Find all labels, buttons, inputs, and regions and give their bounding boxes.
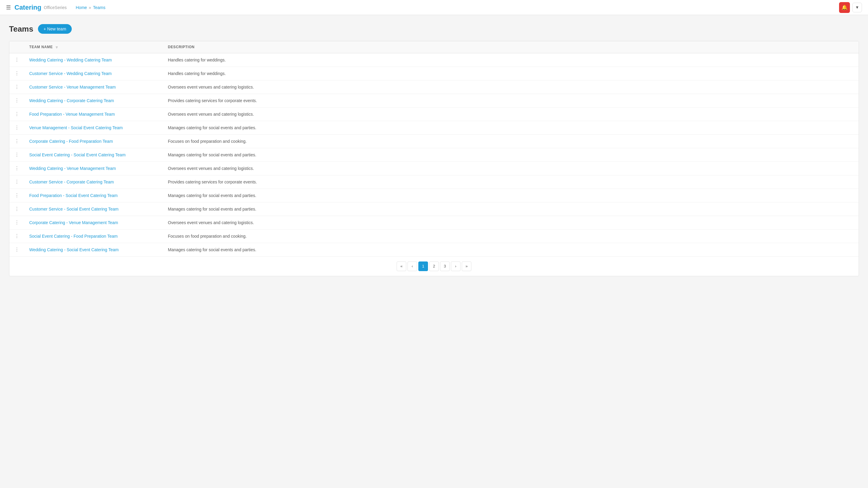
row-description: Oversees event venues and catering logis… bbox=[163, 80, 859, 94]
row-team-name: Corporate Catering - Venue Management Te… bbox=[24, 216, 163, 229]
row-description: Provides catering services for corporate… bbox=[163, 94, 859, 107]
table-row: ⋮Social Event Catering - Social Event Ca… bbox=[9, 148, 859, 161]
row-team-name: Customer Service - Venue Management Team bbox=[24, 80, 163, 94]
row-actions-cell: ⋮ bbox=[9, 161, 24, 175]
row-team-name: Food Preparation - Social Event Catering… bbox=[24, 189, 163, 202]
pagination-last[interactable]: » bbox=[462, 261, 471, 271]
row-team-name: Customer Service - Wedding Catering Team bbox=[24, 67, 163, 80]
row-menu-icon[interactable]: ⋮ bbox=[14, 193, 19, 198]
row-menu-icon[interactable]: ⋮ bbox=[14, 125, 19, 130]
table-row: ⋮Customer Service - Corporate Catering T… bbox=[9, 175, 859, 189]
row-menu-icon[interactable]: ⋮ bbox=[14, 180, 19, 184]
pagination-page-1[interactable]: 1 bbox=[418, 261, 428, 271]
team-name-link[interactable]: Customer Service - Corporate Catering Te… bbox=[29, 180, 114, 184]
row-menu-icon[interactable]: ⋮ bbox=[14, 207, 19, 212]
team-name-link[interactable]: Food Preparation - Social Event Catering… bbox=[29, 193, 118, 198]
row-description: Oversees event venues and catering logis… bbox=[163, 161, 859, 175]
team-name-link[interactable]: Wedding Catering - Corporate Catering Te… bbox=[29, 98, 114, 103]
table-row: ⋮Venue Management - Social Event Caterin… bbox=[9, 121, 859, 134]
breadcrumb-current: Teams bbox=[93, 5, 105, 10]
col-description: DESCRIPTION bbox=[163, 41, 859, 53]
pagination-next[interactable]: › bbox=[451, 261, 461, 271]
filter-icon[interactable]: ▿ bbox=[56, 45, 58, 50]
row-description: Oversees event venues and catering logis… bbox=[163, 107, 859, 121]
row-menu-icon[interactable]: ⋮ bbox=[14, 98, 19, 103]
table-row: ⋮Wedding Catering - Corporate Catering T… bbox=[9, 94, 859, 107]
row-team-name: Wedding Catering - Venue Management Team bbox=[24, 161, 163, 175]
pagination-page-2[interactable]: 2 bbox=[429, 261, 439, 271]
teams-table: TEAM NAME ▿ DESCRIPTION ⋮Wedding Caterin… bbox=[9, 41, 859, 256]
notifications-button[interactable]: 🔔 bbox=[839, 2, 850, 13]
row-menu-icon[interactable]: ⋮ bbox=[14, 153, 19, 157]
row-description: Handles catering for weddings. bbox=[163, 67, 859, 80]
row-menu-icon[interactable]: ⋮ bbox=[14, 247, 19, 252]
team-name-link[interactable]: Venue Management - Social Event Catering… bbox=[29, 125, 123, 130]
table-row: ⋮Corporate Catering - Venue Management T… bbox=[9, 216, 859, 229]
col-actions bbox=[9, 41, 24, 53]
row-actions-cell: ⋮ bbox=[9, 229, 24, 243]
pagination-page-3[interactable]: 3 bbox=[440, 261, 450, 271]
row-menu-icon[interactable]: ⋮ bbox=[14, 85, 19, 90]
row-menu-icon[interactable]: ⋮ bbox=[14, 58, 19, 62]
team-name-link[interactable]: Corporate Catering - Food Preparation Te… bbox=[29, 139, 113, 144]
row-actions-cell: ⋮ bbox=[9, 121, 24, 134]
row-description: Manages catering for social events and p… bbox=[163, 148, 859, 161]
pagination-first[interactable]: « bbox=[397, 261, 406, 271]
team-name-link[interactable]: Social Event Catering - Social Event Cat… bbox=[29, 153, 126, 157]
row-description: Handles catering for weddings. bbox=[163, 53, 859, 67]
table-row: ⋮Wedding Catering - Wedding Catering Tea… bbox=[9, 53, 859, 67]
team-name-link[interactable]: Wedding Catering - Social Event Catering… bbox=[29, 247, 119, 252]
row-actions-cell: ⋮ bbox=[9, 243, 24, 256]
team-name-link[interactable]: Food Preparation - Venue Management Team bbox=[29, 112, 115, 117]
row-menu-icon[interactable]: ⋮ bbox=[14, 220, 19, 225]
row-team-name: Wedding Catering - Wedding Catering Team bbox=[24, 53, 163, 67]
page-title: Teams bbox=[9, 24, 33, 34]
row-team-name: Wedding Catering - Corporate Catering Te… bbox=[24, 94, 163, 107]
pagination-prev[interactable]: ‹ bbox=[407, 261, 417, 271]
row-actions-cell: ⋮ bbox=[9, 189, 24, 202]
row-actions-cell: ⋮ bbox=[9, 202, 24, 216]
breadcrumb: Home » Teams bbox=[76, 5, 105, 10]
row-team-name: Wedding Catering - Social Event Catering… bbox=[24, 243, 163, 256]
row-menu-icon[interactable]: ⋮ bbox=[14, 234, 19, 238]
row-team-name: Customer Service - Corporate Catering Te… bbox=[24, 175, 163, 189]
col-team-name: TEAM NAME ▿ bbox=[24, 41, 163, 53]
team-name-link[interactable]: Social Event Catering - Food Preparation… bbox=[29, 234, 118, 238]
page-header: Teams + New team bbox=[9, 24, 859, 34]
row-description: Focuses on food preparation and cooking. bbox=[163, 134, 859, 148]
breadcrumb-home[interactable]: Home bbox=[76, 5, 87, 10]
table-row: ⋮Customer Service - Venue Management Tea… bbox=[9, 80, 859, 94]
team-name-link[interactable]: Customer Service - Social Event Catering… bbox=[29, 207, 119, 212]
row-actions-cell: ⋮ bbox=[9, 53, 24, 67]
breadcrumb-separator: » bbox=[89, 5, 91, 10]
team-name-link[interactable]: Customer Service - Venue Management Team bbox=[29, 85, 116, 90]
table-row: ⋮Food Preparation - Venue Management Tea… bbox=[9, 107, 859, 121]
row-team-name: Venue Management - Social Event Catering… bbox=[24, 121, 163, 134]
row-actions-cell: ⋮ bbox=[9, 107, 24, 121]
teams-table-container: TEAM NAME ▿ DESCRIPTION ⋮Wedding Caterin… bbox=[9, 41, 859, 276]
row-menu-icon[interactable]: ⋮ bbox=[14, 139, 19, 144]
new-team-button[interactable]: + New team bbox=[38, 24, 71, 34]
team-name-link[interactable]: Corporate Catering - Venue Management Te… bbox=[29, 220, 118, 225]
table-row: ⋮Wedding Catering - Venue Management Tea… bbox=[9, 161, 859, 175]
user-menu-button[interactable]: ▼ bbox=[852, 3, 862, 12]
row-menu-icon[interactable]: ⋮ bbox=[14, 166, 19, 171]
row-actions-cell: ⋮ bbox=[9, 80, 24, 94]
team-name-link[interactable]: Wedding Catering - Venue Management Team bbox=[29, 166, 116, 171]
row-actions-cell: ⋮ bbox=[9, 94, 24, 107]
table-body: ⋮Wedding Catering - Wedding Catering Tea… bbox=[9, 53, 859, 256]
team-name-link[interactable]: Customer Service - Wedding Catering Team bbox=[29, 71, 112, 76]
row-actions-cell: ⋮ bbox=[9, 67, 24, 80]
menu-icon[interactable]: ☰ bbox=[6, 4, 11, 11]
app-header: ☰ Catering OfficeSeries Home » Teams 🔔 ▼ bbox=[0, 0, 868, 15]
table-header: TEAM NAME ▿ DESCRIPTION bbox=[9, 41, 859, 53]
row-description: Manages catering for social events and p… bbox=[163, 189, 859, 202]
table-row: ⋮Corporate Catering - Food Preparation T… bbox=[9, 134, 859, 148]
table-row: ⋮Food Preparation - Social Event Caterin… bbox=[9, 189, 859, 202]
pagination: « ‹ 1 2 3 › » bbox=[9, 256, 859, 276]
row-menu-icon[interactable]: ⋮ bbox=[14, 112, 19, 117]
team-name-link[interactable]: Wedding Catering - Wedding Catering Team bbox=[29, 58, 112, 62]
row-menu-icon[interactable]: ⋮ bbox=[14, 71, 19, 76]
row-description: Oversees event venues and catering logis… bbox=[163, 216, 859, 229]
row-team-name: Food Preparation - Venue Management Team bbox=[24, 107, 163, 121]
